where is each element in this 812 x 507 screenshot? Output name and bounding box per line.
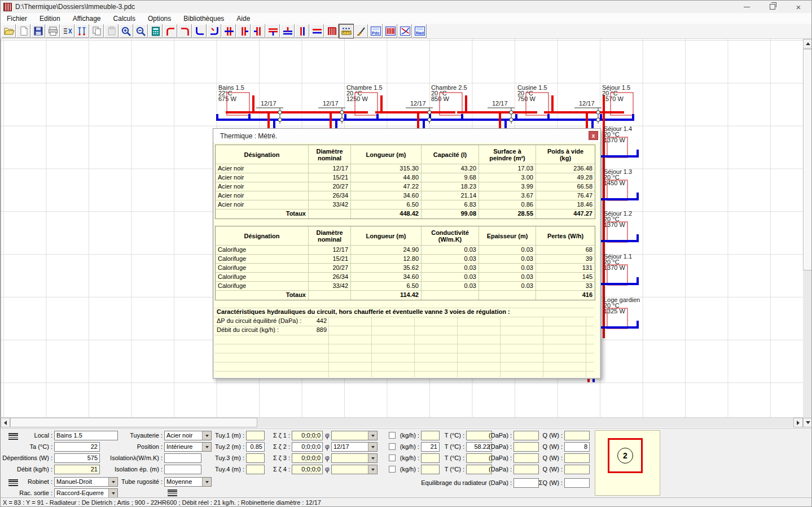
valve-icon[interactable] bbox=[278, 111, 282, 114]
rad-button[interactable]: Rad bbox=[412, 24, 427, 38]
scroll-right-button[interactable] bbox=[793, 418, 803, 427]
kgh-checkbox[interactable] bbox=[389, 466, 396, 473]
elbow-red-nw-button[interactable] bbox=[178, 24, 192, 38]
dropdown-arrow-icon[interactable] bbox=[368, 443, 377, 451]
print-button[interactable] bbox=[46, 24, 60, 38]
valve-icon[interactable] bbox=[340, 111, 344, 114]
diameter-select[interactable] bbox=[331, 453, 378, 463]
debit-input[interactable]: 21 bbox=[54, 465, 100, 474]
kgh-input[interactable] bbox=[421, 431, 440, 440]
position-select[interactable]: Intérieure bbox=[164, 442, 212, 452]
local-input[interactable]: Bains 1.5 bbox=[54, 431, 118, 440]
rac-sortie-select[interactable]: Raccord-Equerre bbox=[54, 488, 118, 498]
q-input[interactable]: 8 bbox=[564, 442, 590, 452]
sigma-q-input[interactable] bbox=[564, 478, 590, 488]
zeta-input[interactable]: 0;0;0;0 bbox=[292, 453, 323, 463]
scroll-up-button[interactable] bbox=[803, 39, 812, 49]
dropdown-arrow-icon[interactable] bbox=[202, 478, 211, 486]
zeta-input[interactable]: 0;0;0;0 bbox=[292, 465, 323, 474]
dapa-input[interactable] bbox=[513, 465, 539, 474]
valve-icon[interactable] bbox=[428, 111, 431, 114]
dropdown-arrow-icon[interactable] bbox=[368, 454, 377, 462]
table-row[interactable]: Acier noir26/3434.6021.143.6776.47 bbox=[216, 191, 595, 200]
dialog-title-bar[interactable]: Thermique : Métré. x bbox=[213, 129, 600, 143]
zoom-in-button[interactable] bbox=[119, 24, 133, 38]
vertical-scroll-thumb[interactable] bbox=[803, 49, 812, 270]
tuyauterie-select[interactable]: Acier noir bbox=[164, 431, 212, 440]
minimize-button[interactable] bbox=[734, 1, 760, 13]
detach-button[interactable] bbox=[60, 24, 74, 38]
kgh-input[interactable] bbox=[421, 465, 440, 474]
menu-item-fichier[interactable]: Fichier bbox=[1, 15, 33, 23]
tee-right-button[interactable] bbox=[236, 24, 251, 38]
dropdown-arrow-icon[interactable] bbox=[368, 465, 377, 474]
kgh-checkbox[interactable] bbox=[389, 432, 396, 439]
elbow-red-ne-button[interactable] bbox=[163, 24, 177, 38]
menu-item-bibliothèques[interactable]: Bibliothèques bbox=[177, 15, 230, 23]
valve-icon[interactable] bbox=[596, 111, 600, 114]
kgh-input[interactable]: 21 bbox=[421, 442, 440, 452]
brush-button[interactable] bbox=[354, 24, 368, 38]
curve-button[interactable] bbox=[398, 24, 412, 38]
menu-item-affichage[interactable]: Affichage bbox=[67, 15, 107, 23]
menu-item-options[interactable]: Options bbox=[142, 15, 177, 23]
valve-icon[interactable] bbox=[340, 118, 344, 121]
valve-icon[interactable] bbox=[278, 118, 282, 121]
pipes-vertical-button[interactable] bbox=[295, 24, 309, 38]
pipes-horizontal-button[interactable] bbox=[310, 24, 324, 38]
valve-icon[interactable] bbox=[510, 111, 513, 114]
q-input[interactable] bbox=[564, 453, 590, 463]
zeta-input[interactable]: 0;0;0;0 bbox=[292, 442, 323, 452]
tee-top-button[interactable] bbox=[266, 24, 280, 38]
vertical-scrollbar[interactable] bbox=[803, 39, 812, 427]
diameter-select[interactable]: 12/17 bbox=[331, 442, 378, 452]
table-row[interactable]: Acier noir33/426.506.830.8618.46 bbox=[216, 200, 595, 209]
calculator-button[interactable] bbox=[148, 24, 163, 38]
dapa-input[interactable] bbox=[513, 453, 539, 463]
horizontal-scrollbar[interactable] bbox=[1, 417, 803, 427]
isolation-ep-input[interactable] bbox=[164, 465, 201, 474]
valve-icon[interactable] bbox=[428, 118, 431, 121]
table-row[interactable]: Calorifuge15/2112.800.030.0339 bbox=[216, 255, 595, 264]
q-input[interactable] bbox=[564, 465, 590, 474]
valve-icon[interactable] bbox=[510, 118, 513, 121]
radiator-red-button[interactable] bbox=[324, 24, 339, 38]
diameter-select[interactable] bbox=[331, 431, 378, 440]
zeta-input[interactable]: 0;0;0;0 bbox=[292, 431, 323, 440]
table-row[interactable]: Calorifuge33/426.500.030.0333 bbox=[216, 282, 595, 291]
table-row[interactable]: Calorifuge20/2735.620.030.03131 bbox=[216, 264, 595, 273]
deperditions-input[interactable]: 575 bbox=[54, 453, 100, 463]
kgh-checkbox[interactable] bbox=[389, 454, 396, 461]
copy-button[interactable] bbox=[90, 24, 104, 38]
tube-rugosite-select[interactable]: Moyenne bbox=[164, 477, 212, 487]
zoom-out-button[interactable] bbox=[134, 24, 148, 38]
dapa-input[interactable] bbox=[513, 442, 539, 452]
tee-left-button[interactable] bbox=[251, 24, 265, 38]
table-row[interactable]: Acier noir12/17315.3043.2017.03236.48 bbox=[216, 164, 595, 173]
open-folder-button[interactable] bbox=[2, 24, 16, 38]
elbow-blue-sw-button[interactable] bbox=[207, 24, 221, 38]
pdc-button[interactable]: Pdc bbox=[368, 24, 383, 38]
kgh-checkbox[interactable] bbox=[389, 443, 396, 450]
menu-item-calculs[interactable]: Calculs bbox=[107, 15, 142, 23]
menu-item-aide[interactable]: Aide bbox=[230, 15, 256, 23]
tuy-input[interactable] bbox=[246, 431, 265, 440]
dropdown-arrow-icon[interactable] bbox=[368, 431, 377, 440]
table-row[interactable]: Calorifuge12/1724.900.030.0368 bbox=[216, 246, 595, 255]
table-row[interactable]: Acier noir15/2144.809.683.0049.28 bbox=[216, 173, 595, 182]
scroll-down-button[interactable] bbox=[803, 418, 812, 427]
save-button[interactable] bbox=[31, 24, 45, 38]
robinet-select[interactable]: Manuel-Droit bbox=[54, 477, 118, 487]
paste-button[interactable] bbox=[104, 24, 118, 38]
table-row[interactable]: Calorifuge26/3434.600.030.03145 bbox=[216, 273, 595, 282]
scroll-left-button[interactable] bbox=[1, 418, 10, 427]
diameter-select[interactable] bbox=[331, 465, 378, 474]
elbow-blue-se-button[interactable] bbox=[192, 24, 207, 38]
ta-input[interactable]: 22 bbox=[54, 442, 100, 452]
kgh-input[interactable] bbox=[421, 453, 440, 463]
dialog-close-button[interactable]: x bbox=[589, 131, 598, 140]
radiator-grid-button[interactable] bbox=[383, 24, 397, 38]
metre-ruler-button[interactable] bbox=[339, 24, 353, 38]
horizontal-scroll-thumb[interactable] bbox=[10, 418, 257, 427]
nodes-button[interactable] bbox=[75, 24, 89, 38]
